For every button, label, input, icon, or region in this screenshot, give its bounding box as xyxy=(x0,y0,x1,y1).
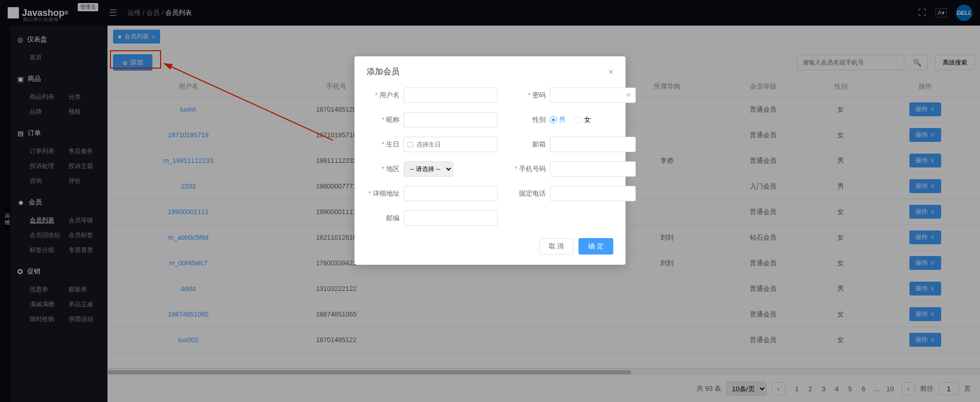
label-password: 密码 xyxy=(513,91,546,100)
label-zip: 邮编 xyxy=(367,214,399,223)
input-password[interactable] xyxy=(550,88,636,103)
input-tel[interactable] xyxy=(550,186,636,201)
input-mobile[interactable] xyxy=(550,161,636,177)
label-region: 地区 xyxy=(367,164,399,174)
label-tel: 固定电话 xyxy=(513,189,546,198)
close-icon[interactable]: × xyxy=(609,68,613,77)
label-address: 详细地址 xyxy=(367,189,399,198)
label-email: 邮箱 xyxy=(513,140,546,149)
eye-icon[interactable]: 👁 xyxy=(626,92,632,99)
cancel-button[interactable]: 取 消 xyxy=(539,238,574,255)
label-birthday: 生日 xyxy=(367,140,399,149)
label-nickname: 昵称 xyxy=(367,115,399,124)
radio-male[interactable]: 男 xyxy=(550,115,566,124)
radio-on-icon xyxy=(550,116,557,123)
modal-form: 用户名 密码👁 昵称 性别 男 女 生日 邮箱 地区-- 请选择 -- 手机号码… xyxy=(367,88,613,226)
modal-foot: 取 消 确 定 xyxy=(367,238,613,255)
label-gender: 性别 xyxy=(513,115,546,124)
label-username: 用户名 xyxy=(367,91,399,100)
ok-button[interactable]: 确 定 xyxy=(578,238,613,255)
input-nickname[interactable] xyxy=(404,112,498,128)
add-member-modal: 添加会员 × 用户名 密码👁 昵称 性别 男 女 生日 邮箱 地区-- 请选择 … xyxy=(354,56,626,265)
input-username[interactable] xyxy=(404,88,498,103)
radio-female[interactable]: 女 xyxy=(575,115,591,124)
gender-group: 男 女 xyxy=(550,115,591,124)
input-birthday[interactable] xyxy=(404,137,498,152)
select-region[interactable]: -- 请选择 -- xyxy=(404,161,453,177)
modal-overlay[interactable]: 添加会员 × 用户名 密码👁 昵称 性别 男 女 生日 邮箱 地区-- 请选择 … xyxy=(0,0,980,402)
input-zip[interactable] xyxy=(404,210,498,226)
input-email[interactable] xyxy=(550,137,636,152)
input-address[interactable] xyxy=(404,186,498,201)
modal-head: 添加会员 × xyxy=(367,67,613,77)
label-mobile: 手机号码 xyxy=(513,164,546,174)
radio-off-icon xyxy=(575,116,582,123)
modal-title: 添加会员 xyxy=(367,67,399,77)
